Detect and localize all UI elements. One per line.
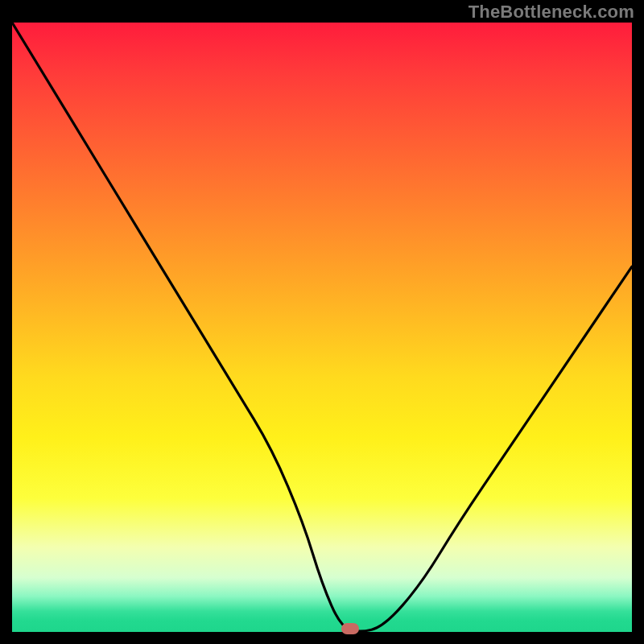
optimal-point-marker xyxy=(341,623,359,634)
plot-area xyxy=(12,23,632,633)
watermark-text: TheBottleneck.com xyxy=(469,2,634,23)
bottleneck-curve xyxy=(12,23,632,633)
chart-frame: TheBottleneck.com xyxy=(0,0,644,644)
